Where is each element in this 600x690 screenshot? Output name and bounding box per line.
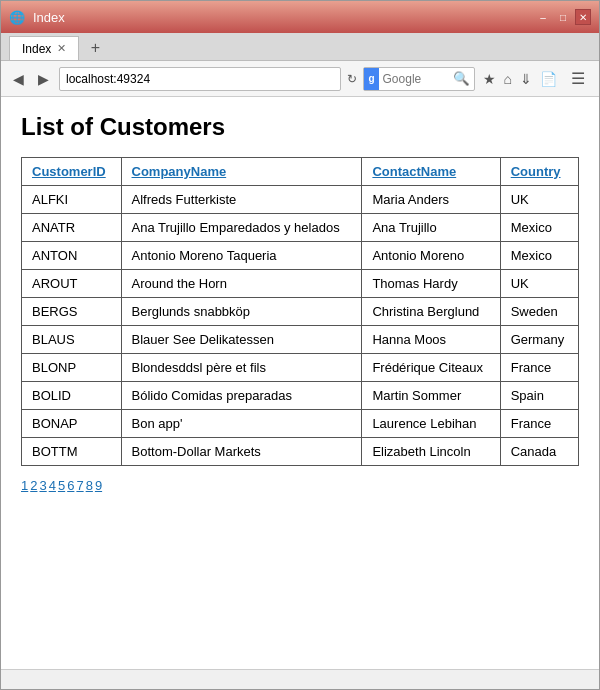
- back-button[interactable]: ◀: [9, 69, 28, 89]
- cell-customerid: BONAP: [22, 410, 122, 438]
- col-header-companyname: CompanyName: [121, 158, 362, 186]
- restore-button[interactable]: □: [555, 9, 571, 25]
- address-input[interactable]: [59, 67, 341, 91]
- close-button[interactable]: ✕: [575, 9, 591, 25]
- refresh-button[interactable]: ↻: [347, 72, 357, 86]
- sort-country-link[interactable]: Country: [511, 164, 561, 179]
- table-row: BOLIDBólido Comidas preparadasMartin Som…: [22, 382, 579, 410]
- cell-contactname: Hanna Moos: [362, 326, 500, 354]
- download-icon[interactable]: ⇓: [518, 69, 534, 89]
- col-header-customerid: CustomerID: [22, 158, 122, 186]
- table-row: BERGSBerglunds snabbköpChristina Berglun…: [22, 298, 579, 326]
- title-bar: 🌐 Index – □ ✕: [1, 1, 599, 33]
- cell-contactname: Martin Sommer: [362, 382, 500, 410]
- page-link-8[interactable]: 8: [86, 478, 93, 493]
- table-row: BLAUSBlauer See DelikatessenHanna MoosGe…: [22, 326, 579, 354]
- cell-companyname: Bólido Comidas preparadas: [121, 382, 362, 410]
- cell-contactname: Christina Berglund: [362, 298, 500, 326]
- table-row: BLONPBlondesddsl père et filsFrédérique …: [22, 354, 579, 382]
- cell-contactname: Thomas Hardy: [362, 270, 500, 298]
- page-link-6[interactable]: 6: [67, 478, 74, 493]
- menu-button[interactable]: ☰: [565, 67, 591, 90]
- cell-customerid: BLAUS: [22, 326, 122, 354]
- page-content: List of Customers CustomerID CompanyName…: [1, 97, 599, 669]
- cell-contactname: Maria Anders: [362, 186, 500, 214]
- cell-companyname: Antonio Moreno Taqueria: [121, 242, 362, 270]
- favorites-icon[interactable]: ★: [481, 69, 498, 89]
- table-header: CustomerID CompanyName ContactName Count…: [22, 158, 579, 186]
- tab-close-button[interactable]: ✕: [57, 42, 66, 55]
- cell-customerid: AROUT: [22, 270, 122, 298]
- cell-country: Sweden: [500, 298, 578, 326]
- pagination: 1 2 3 4 5 6 7 8 9: [21, 478, 579, 493]
- cell-customerid: BOTTM: [22, 438, 122, 466]
- cell-country: Canada: [500, 438, 578, 466]
- new-tab-button[interactable]: +: [83, 36, 107, 60]
- cell-country: UK: [500, 270, 578, 298]
- cell-contactname: Ana Trujillo: [362, 214, 500, 242]
- cell-contactname: Laurence Lebihan: [362, 410, 500, 438]
- address-bar: ◀ ▶ ↻ g 🔍 ★ ⌂ ⇓ 📄 ☰: [1, 61, 599, 97]
- cell-country: UK: [500, 186, 578, 214]
- cell-companyname: Bon app': [121, 410, 362, 438]
- cell-customerid: BOLID: [22, 382, 122, 410]
- read-icon[interactable]: 📄: [538, 69, 559, 89]
- page-link-9[interactable]: 9: [95, 478, 102, 493]
- page-link-4[interactable]: 4: [49, 478, 56, 493]
- cell-companyname: Blauer See Delikatessen: [121, 326, 362, 354]
- cell-contactname: Elizabeth Lincoln: [362, 438, 500, 466]
- customers-table: CustomerID CompanyName ContactName Count…: [21, 157, 579, 466]
- page-link-2[interactable]: 2: [30, 478, 37, 493]
- cell-country: Mexico: [500, 242, 578, 270]
- cell-companyname: Ana Trujillo Emparedados y helados: [121, 214, 362, 242]
- search-go-button[interactable]: 🔍: [449, 71, 474, 86]
- cell-contactname: Frédérique Citeaux: [362, 354, 500, 382]
- table-row: ANTONAntonio Moreno TaqueriaAntonio More…: [22, 242, 579, 270]
- cell-companyname: Alfreds Futterkiste: [121, 186, 362, 214]
- cell-companyname: Blondesddsl père et fils: [121, 354, 362, 382]
- search-input[interactable]: [379, 70, 449, 88]
- table-row: ALFKIAlfreds FutterkisteMaria AndersUK: [22, 186, 579, 214]
- table-row: BOTTMBottom-Dollar MarketsElizabeth Linc…: [22, 438, 579, 466]
- cell-country: Germany: [500, 326, 578, 354]
- col-header-contactname: ContactName: [362, 158, 500, 186]
- cell-customerid: ANATR: [22, 214, 122, 242]
- sort-contactname-link[interactable]: ContactName: [372, 164, 456, 179]
- cell-companyname: Berglunds snabbköp: [121, 298, 362, 326]
- table-row: BONAPBon app'Laurence LebihanFrance: [22, 410, 579, 438]
- tab-bar: Index ✕ +: [1, 33, 599, 61]
- cell-customerid: BERGS: [22, 298, 122, 326]
- toolbar-icons: ★ ⌂ ⇓ 📄: [481, 69, 559, 89]
- window-title: Index: [33, 10, 535, 25]
- cell-customerid: ANTON: [22, 242, 122, 270]
- google-icon: g: [364, 68, 378, 90]
- header-row: CustomerID CompanyName ContactName Count…: [22, 158, 579, 186]
- forward-button[interactable]: ▶: [34, 69, 53, 89]
- page-link-3[interactable]: 3: [39, 478, 46, 493]
- window-controls: – □ ✕: [535, 9, 591, 25]
- page-title: List of Customers: [21, 113, 579, 141]
- table-body: ALFKIAlfreds FutterkisteMaria AndersUKAN…: [22, 186, 579, 466]
- minimize-button[interactable]: –: [535, 9, 551, 25]
- page-link-1[interactable]: 1: [21, 478, 28, 493]
- active-tab[interactable]: Index ✕: [9, 36, 79, 60]
- home-icon[interactable]: ⌂: [502, 69, 514, 89]
- tab-label: Index: [22, 42, 51, 56]
- page-link-7[interactable]: 7: [76, 478, 83, 493]
- table-row: AROUTAround the HornThomas HardyUK: [22, 270, 579, 298]
- page-link-5[interactable]: 5: [58, 478, 65, 493]
- cell-customerid: BLONP: [22, 354, 122, 382]
- cell-country: France: [500, 354, 578, 382]
- cell-companyname: Around the Horn: [121, 270, 362, 298]
- cell-companyname: Bottom-Dollar Markets: [121, 438, 362, 466]
- cell-country: Spain: [500, 382, 578, 410]
- cell-country: France: [500, 410, 578, 438]
- sort-companyname-link[interactable]: CompanyName: [132, 164, 227, 179]
- browser-window: 🌐 Index – □ ✕ Index ✕ + ◀ ▶ ↻ g 🔍 ★ ⌂ ⇓ …: [0, 0, 600, 690]
- table-row: ANATRAna Trujillo Emparedados y heladosA…: [22, 214, 579, 242]
- sort-customerid-link[interactable]: CustomerID: [32, 164, 106, 179]
- cell-customerid: ALFKI: [22, 186, 122, 214]
- search-box: g 🔍: [363, 67, 474, 91]
- col-header-country: Country: [500, 158, 578, 186]
- cell-contactname: Antonio Moreno: [362, 242, 500, 270]
